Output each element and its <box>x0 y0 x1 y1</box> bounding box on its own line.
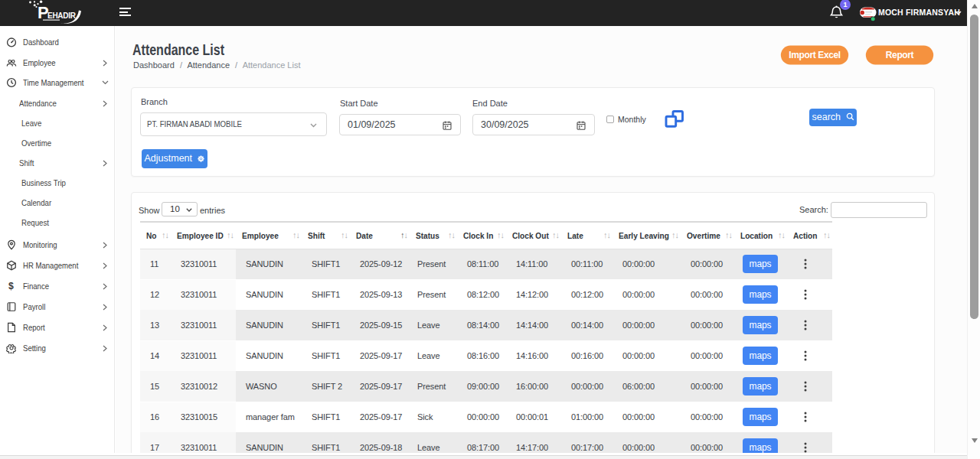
svg-text:EHADIR: EHADIR <box>47 11 77 20</box>
svg-text:$: $ <box>8 281 14 291</box>
